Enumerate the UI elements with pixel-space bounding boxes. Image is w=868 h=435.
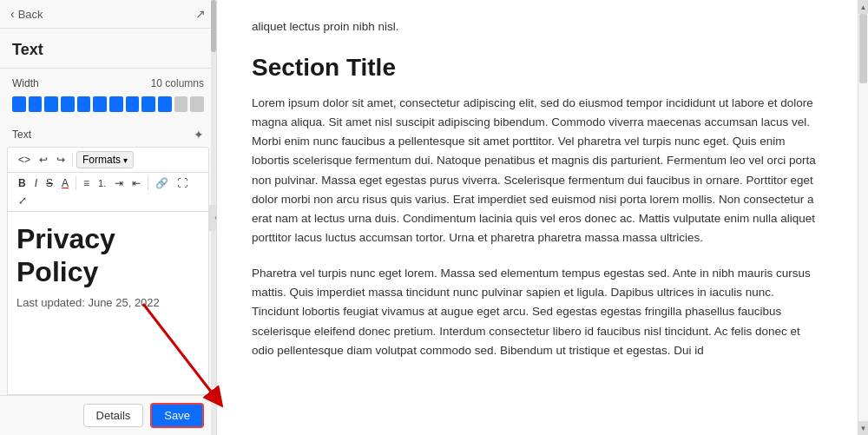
redo-button[interactable]: ↪	[53, 152, 69, 168]
width-block-7[interactable]	[109, 96, 123, 112]
width-block-1[interactable]	[12, 96, 26, 112]
back-button[interactable]: ‹ Back	[10, 7, 43, 21]
toolbar-divider-1	[72, 153, 73, 167]
scrollbar-thumb[interactable]	[859, 14, 867, 83]
code-button[interactable]: <>	[15, 152, 34, 168]
width-block-5[interactable]	[77, 96, 91, 112]
resize-button[interactable]: ⤢	[15, 193, 30, 208]
width-block-4[interactable]	[61, 96, 75, 112]
width-block-10[interactable]	[158, 96, 172, 112]
content-prev-text: aliquet lectus proin nibh nisl.	[252, 17, 823, 36]
right-panel: aliquet lectus proin nibh nisl. Section …	[217, 0, 858, 435]
editor-subtext: Last updated: June 25, 2022	[16, 296, 200, 309]
toolbar-row2: B I S A ≡ 1. ⇥ ⇤ 🔗 ⛶ ⤢	[7, 173, 209, 212]
columns-value: 10 columns	[151, 77, 204, 89]
formats-caret-icon: ▾	[123, 155, 128, 165]
width-label-row: Width 10 columns	[0, 77, 216, 93]
text-field-label: Text	[12, 129, 31, 141]
formats-label: Formats	[82, 154, 121, 166]
bottom-buttons: Details Save	[0, 395, 216, 435]
toolbar-divider-3	[148, 176, 148, 190]
scrollbar-up-button[interactable]: ▲	[858, 0, 868, 14]
collapse-handle[interactable]: ‹	[209, 205, 217, 231]
link-button[interactable]: 🔗	[152, 175, 172, 191]
left-panel: ‹ Back ↗ Text Width 10 columns Text ✦ <>…	[0, 0, 217, 435]
magic-wand-icon[interactable]: ✦	[194, 128, 204, 142]
width-block-2[interactable]	[29, 96, 43, 112]
panel-header: ‹ Back ↗	[0, 0, 216, 29]
scrollbar-track	[858, 14, 868, 421]
scrollbar-down-button[interactable]: ▼	[858, 421, 868, 435]
indent-button[interactable]: ⇥	[111, 175, 127, 191]
section-title: Text	[0, 29, 216, 68]
strikethrough-button[interactable]: S	[43, 175, 56, 191]
width-block-8[interactable]	[126, 96, 140, 112]
back-label: Back	[18, 8, 43, 21]
font-color-button[interactable]: A	[58, 175, 72, 191]
fullscreen-button[interactable]: ⛶	[174, 175, 191, 191]
outdent-button[interactable]: ⇤	[128, 175, 144, 191]
width-block-6[interactable]	[93, 96, 107, 112]
save-button[interactable]: Save	[150, 403, 204, 428]
italic-button[interactable]: I	[31, 175, 41, 191]
scroll-thumb	[211, 0, 216, 52]
formats-button[interactable]: Formats ▾	[76, 151, 134, 168]
divider	[0, 68, 216, 69]
editor-area[interactable]: Privacy Policy Last updated: June 25, 20…	[7, 212, 209, 395]
width-blocks	[0, 93, 216, 122]
font-color-label: A	[62, 177, 69, 189]
content-paragraph-1: Lorem ipsum dolor sit amet, consectetur …	[252, 94, 823, 248]
list-unordered-button[interactable]: ≡	[80, 175, 93, 191]
editor-heading: Privacy Policy	[16, 222, 200, 289]
external-link-icon[interactable]: ↗	[195, 7, 206, 21]
width-block-9[interactable]	[141, 96, 155, 112]
text-label-row: Text ✦	[0, 122, 216, 147]
content-section-title: Section Title	[252, 54, 823, 82]
width-block-3[interactable]	[44, 96, 58, 112]
toolbar-row1: <> ↩ ↪ Formats ▾	[7, 147, 209, 173]
width-label: Width	[12, 77, 39, 89]
bold-button[interactable]: B	[15, 175, 30, 191]
list-ordered-button[interactable]: 1.	[95, 176, 109, 190]
toolbar-divider-2	[76, 176, 76, 190]
details-button[interactable]: Details	[83, 404, 144, 427]
width-block-11[interactable]	[174, 96, 188, 112]
back-arrow-icon: ‹	[10, 7, 15, 21]
right-scrollbar: ▲ ▼	[858, 0, 868, 435]
undo-button[interactable]: ↩	[36, 152, 51, 168]
width-block-12[interactable]	[190, 96, 204, 112]
content-paragraph-2: Pharetra vel turpis nunc eget lorem. Mas…	[252, 264, 823, 360]
